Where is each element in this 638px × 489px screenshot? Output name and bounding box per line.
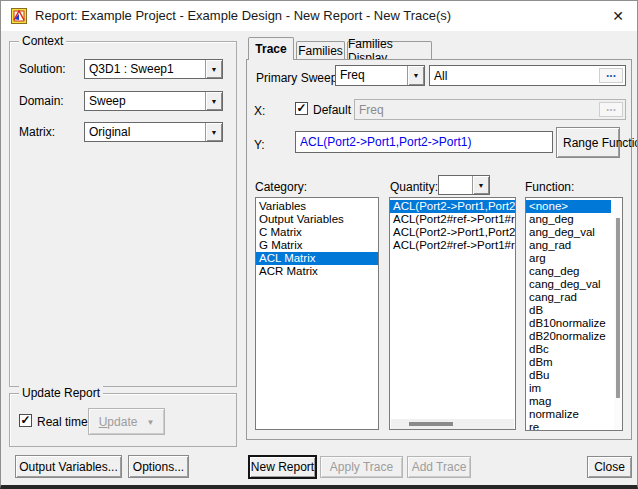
function-list-item[interactable]: re xyxy=(526,421,611,431)
category-list-item[interactable]: Output Variables xyxy=(256,213,378,226)
primary-sweep-dropdown[interactable]: Freq ▼ xyxy=(335,65,425,86)
function-vscrollbar-thumb[interactable] xyxy=(616,218,620,398)
matrix-dropdown[interactable]: Original ▼ xyxy=(84,122,223,142)
quantity-list-item[interactable]: ACL(Port2->Port1,Port2 xyxy=(390,226,515,239)
report-dialog: Report: Example Project - Example Design… xyxy=(0,0,638,489)
x-default-label: Default xyxy=(313,103,351,117)
chevron-down-icon: ▼ xyxy=(211,66,218,73)
quantity-dropdown-value xyxy=(439,176,472,194)
function-list-item[interactable]: mag xyxy=(526,395,611,408)
update-button-accel: U xyxy=(99,415,108,429)
function-list-item[interactable]: dBu xyxy=(526,369,611,382)
domain-dropdown[interactable]: Sweep ▼ xyxy=(84,91,223,111)
close-button[interactable]: Close xyxy=(587,456,632,478)
category-list-item[interactable]: Variables xyxy=(256,200,378,213)
real-time-checkbox[interactable]: ✓ xyxy=(19,414,32,427)
x-value: Freq xyxy=(359,103,384,117)
y-axis-label: Y: xyxy=(254,138,265,152)
x-default-checkbox[interactable]: ✓ xyxy=(295,102,308,115)
x-axis-label: X: xyxy=(254,104,265,118)
function-list-item[interactable]: ang_rad xyxy=(526,239,611,252)
check-icon: ✓ xyxy=(20,414,30,426)
category-list-item[interactable]: ACL Matrix xyxy=(256,252,378,265)
tab-families[interactable]: Families xyxy=(296,41,345,59)
category-list-item[interactable]: C Matrix xyxy=(256,226,378,239)
matrix-label: Matrix: xyxy=(19,125,55,139)
function-list-item[interactable]: ang_deg_val xyxy=(526,226,611,239)
update-button: Update ▼ xyxy=(88,408,165,435)
function-list-item[interactable]: dB20normalize xyxy=(526,330,611,343)
function-list-item[interactable]: dBc xyxy=(526,343,611,356)
quantity-list-item[interactable]: ACL(Port2#ref->Port1#r xyxy=(390,213,515,226)
function-list-item[interactable]: normalize xyxy=(526,408,611,421)
primary-sweep-label: Primary Sweep: xyxy=(256,71,341,85)
function-list[interactable]: <none>ang_degang_deg_valang_radargcang_d… xyxy=(525,197,623,431)
function-list-item[interactable]: <none> xyxy=(526,200,611,213)
matrix-value: Original xyxy=(85,123,205,141)
quantity-hscrollbar[interactable] xyxy=(391,419,514,429)
function-vscrollbar[interactable] xyxy=(614,198,622,430)
solution-dropdown-button[interactable]: ▼ xyxy=(205,60,222,78)
sweep-range-ellipsis-button[interactable]: ... xyxy=(599,68,623,83)
add-trace-button: Add Trace xyxy=(407,456,471,478)
chevron-down-icon: ▼ xyxy=(211,129,218,136)
update-button-label: pdate xyxy=(107,415,137,429)
function-list-item[interactable]: arg xyxy=(526,252,611,265)
x-ellipsis-button: ... xyxy=(599,102,623,117)
real-time-label: Real time xyxy=(37,415,88,429)
output-variables-button[interactable]: Output Variables... xyxy=(15,455,122,478)
options-button[interactable]: Options... xyxy=(128,455,189,478)
category-list-item[interactable]: ACR Matrix xyxy=(256,265,378,278)
function-list-item[interactable]: dB xyxy=(526,304,611,317)
quantity-list[interactable]: ACL(Port2->Port1,Port2ACL(Port2#ref->Por… xyxy=(389,197,516,430)
quantity-list-item[interactable]: ACL(Port2->Port1,Port2 xyxy=(390,200,515,213)
range-function-button[interactable]: Range Function... xyxy=(556,127,620,158)
function-list-item[interactable]: dB10normalize xyxy=(526,317,611,330)
function-list-item[interactable]: cang_deg_val xyxy=(526,278,611,291)
sweep-range-value: All xyxy=(434,69,447,83)
quantity-hscrollbar-thumb[interactable] xyxy=(409,422,453,426)
close-icon[interactable]: ✕ xyxy=(599,1,637,31)
chevron-down-icon: ▼ xyxy=(478,182,485,189)
function-list-item[interactable]: ang_deg xyxy=(526,213,611,226)
category-label: Category: xyxy=(255,180,307,194)
tab-families-display[interactable]: Families Display xyxy=(347,41,432,59)
primary-sweep-dropdown-button[interactable]: ▼ xyxy=(407,66,424,85)
domain-dropdown-button[interactable]: ▼ xyxy=(205,92,222,110)
update-report-group-label: Update Report xyxy=(19,386,103,400)
solution-value: Q3D1 : Sweep1 xyxy=(85,60,205,78)
report-app-icon xyxy=(11,8,27,24)
quantity-label: Quantity: xyxy=(390,180,438,194)
function-list-item[interactable]: dBm xyxy=(526,356,611,369)
context-group-label: Context xyxy=(19,34,66,48)
function-list-item[interactable]: im xyxy=(526,382,611,395)
domain-value: Sweep xyxy=(85,92,205,110)
titlebar: Report: Example Project - Example Design… xyxy=(1,1,637,31)
y-value: ACL(Port2->Port1,Port2->Port1) xyxy=(300,135,471,149)
window-title: Report: Example Project - Example Design… xyxy=(35,1,451,31)
category-list[interactable]: VariablesOutput VariablesC MatrixG Matri… xyxy=(255,197,379,430)
function-label: Function: xyxy=(525,180,574,194)
function-list-item[interactable]: cang_rad xyxy=(526,291,611,304)
chevron-down-icon: ▼ xyxy=(146,418,154,427)
solution-dropdown[interactable]: Q3D1 : Sweep1 ▼ xyxy=(84,59,223,79)
check-icon: ✓ xyxy=(296,102,306,114)
chevron-down-icon: ▼ xyxy=(211,98,218,105)
solution-label: Solution: xyxy=(19,62,66,76)
sweep-range-field[interactable]: All ... xyxy=(429,65,626,86)
quantity-dropdown-button[interactable]: ▼ xyxy=(472,176,489,194)
apply-trace-button: Apply Trace xyxy=(320,456,403,478)
new-report-button[interactable]: New Report xyxy=(249,456,316,478)
domain-label: Domain: xyxy=(19,94,64,108)
tab-trace[interactable]: Trace xyxy=(248,37,294,60)
quantity-dropdown[interactable]: ▼ xyxy=(438,175,490,195)
category-list-item[interactable]: G Matrix xyxy=(256,239,378,252)
primary-sweep-value: Freq xyxy=(336,66,407,85)
function-list-item[interactable]: cang_deg xyxy=(526,265,611,278)
chevron-down-icon: ▼ xyxy=(413,72,420,79)
x-value-field: Freq ... xyxy=(354,99,626,120)
y-value-field[interactable]: ACL(Port2->Port1,Port2->Port1) xyxy=(295,131,553,153)
matrix-dropdown-button[interactable]: ▼ xyxy=(205,123,222,141)
quantity-list-item[interactable]: ACL(Port2#ref->Port1#r xyxy=(390,239,515,252)
